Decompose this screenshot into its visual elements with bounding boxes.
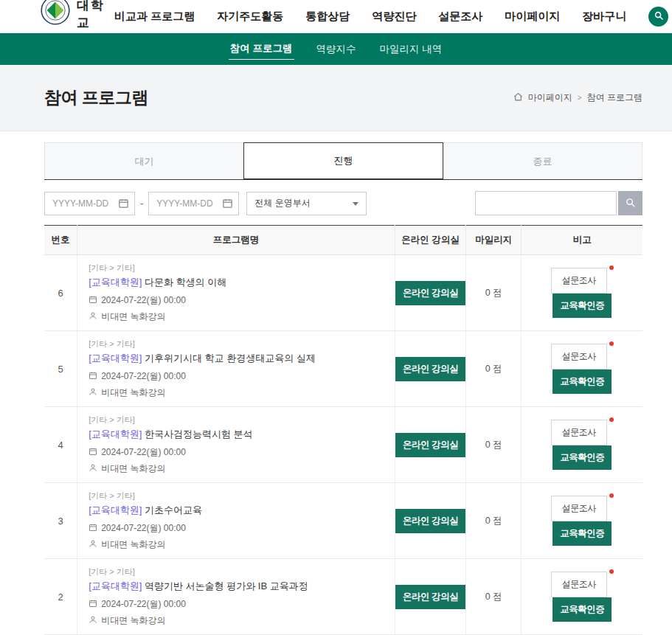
calendar-icon xyxy=(89,447,97,458)
calendar-icon xyxy=(89,295,97,306)
nav-item-counseling[interactable]: 통합상담 xyxy=(305,10,350,24)
program-date: 2024-07-22(월) 00:00 xyxy=(89,598,384,611)
alert-dot xyxy=(609,341,614,346)
calendar-icon[interactable] xyxy=(118,198,129,212)
survey-button[interactable]: 설문조사 xyxy=(551,344,607,369)
calendar-icon[interactable] xyxy=(222,198,233,212)
program-title[interactable]: [교육대학원] 한국사검정능력시험 분석 xyxy=(89,428,384,441)
subnav-item-competency-index[interactable]: 역량지수 xyxy=(315,39,358,60)
university-logo[interactable]: 대구대학교 DAEGU UNIVERSITY xyxy=(41,0,114,33)
alert-dot xyxy=(609,266,614,270)
nav-item-competency[interactable]: 역량진단 xyxy=(372,10,416,24)
keyword-search-box xyxy=(475,191,617,215)
home-icon[interactable] xyxy=(513,92,523,104)
program-method: 비대면 녹화강의 xyxy=(89,462,384,475)
program-org-link[interactable]: [교육대학원] xyxy=(89,504,142,516)
row-number: 3 xyxy=(44,483,77,559)
program-method: 비대면 녹화강의 xyxy=(89,310,384,323)
program-title[interactable]: [교육대학원] 역량기반 서논술형 평가와 IB 교육과정 xyxy=(89,580,384,593)
program-org-link[interactable]: [교육대학원] xyxy=(89,353,142,364)
breadcrumb-separator: > xyxy=(578,94,582,102)
program-org-link[interactable]: [교육대학원] xyxy=(89,580,142,591)
education-certificate-button[interactable]: 교육확인증 xyxy=(553,369,612,394)
breadcrumb: 마이페이지 > 참여 프로그램 xyxy=(513,91,642,104)
calendar-icon xyxy=(89,371,97,382)
program-category: [기타 > 기타] xyxy=(89,490,384,502)
table-row: 3 [기타 > 기타] [교육대학원] 기초수어교육 2024-07-22(월)… xyxy=(44,483,642,559)
breadcrumb-mypage[interactable]: 마이페이지 xyxy=(528,91,572,104)
row-number: 2 xyxy=(44,559,77,635)
online-classroom-button[interactable]: 온라인 강의실 xyxy=(395,357,465,381)
nav-item-selfdirected[interactable]: 자기주도활동 xyxy=(217,10,283,24)
nav-item-mypage[interactable]: 마이페이지 xyxy=(505,10,560,24)
tab-in-progress[interactable]: 진행 xyxy=(243,142,443,179)
main-content: 대기 진행 종료 - 전체 운영부서 xyxy=(44,142,642,635)
search-icon xyxy=(625,197,636,210)
survey-button[interactable]: 설문조사 xyxy=(551,420,607,445)
page-title-strip: 참여 프로그램 마이페이지 > 참여 프로그램 xyxy=(0,65,672,131)
subnav-item-participation-programs[interactable]: 참여 프로그램 xyxy=(229,38,294,60)
education-certificate-button[interactable]: 교육확인증 xyxy=(553,294,612,318)
program-date: 2024-07-22(월) 00:00 xyxy=(89,294,384,307)
education-certificate-button[interactable]: 교육확인증 xyxy=(553,445,612,470)
program-date: 2024-07-22(월) 00:00 xyxy=(89,446,384,459)
nav-item-survey[interactable]: 설문조사 xyxy=(438,10,482,24)
program-method: 비대면 녹화강의 xyxy=(89,538,384,551)
top-navigation: 비교과 프로그램 자기주도활동 통합상담 역량진단 설문조사 마이페이지 장바구… xyxy=(114,7,668,27)
header-search-button[interactable] xyxy=(648,7,668,27)
online-classroom-button[interactable]: 온라인 강의실 xyxy=(395,433,465,457)
logo-name-en: DAEGU UNIVERSITY xyxy=(77,32,114,34)
program-method: 비대면 녹화강의 xyxy=(89,386,384,399)
table-search-button[interactable] xyxy=(618,191,642,215)
date-range-separator: - xyxy=(140,198,143,209)
col-header-program: 프로그램명 xyxy=(77,226,395,255)
calendar-icon xyxy=(89,599,97,610)
status-tabs: 대기 진행 종료 xyxy=(44,142,642,180)
online-classroom-button[interactable]: 온라인 강의실 xyxy=(395,509,465,533)
table-row: 5 [기타 > 기타] [교육대학원] 기후위기시대 학교 환경생태교육의 실제… xyxy=(44,331,642,407)
nav-item-cart[interactable]: 장바구니 xyxy=(582,10,626,24)
mileage-value: 0 점 xyxy=(466,407,522,483)
row-number: 5 xyxy=(44,331,77,407)
program-title[interactable]: [교육대학원] 다문화 학생의 이해 xyxy=(89,276,384,289)
person-icon xyxy=(89,387,97,398)
keyword-search-input[interactable] xyxy=(475,191,617,215)
program-category: [기타 > 기타] xyxy=(89,414,384,426)
alert-dot xyxy=(609,493,614,498)
date-from-box xyxy=(44,192,135,215)
education-certificate-button[interactable]: 교육확인증 xyxy=(553,597,612,622)
online-classroom-button[interactable]: 온라인 강의실 xyxy=(395,281,465,305)
online-classroom-button[interactable]: 온라인 강의실 xyxy=(395,585,465,609)
tab-waiting[interactable]: 대기 xyxy=(44,142,243,179)
col-header-remark: 비고 xyxy=(522,226,642,255)
program-date: 2024-07-22(월) 00:00 xyxy=(89,370,384,383)
person-icon xyxy=(89,615,97,626)
mileage-value: 0 점 xyxy=(466,559,522,635)
survey-button[interactable]: 설문조사 xyxy=(551,268,607,294)
education-certificate-button[interactable]: 교육확인증 xyxy=(553,521,612,546)
date-to-box xyxy=(148,192,239,215)
top-header: 대구대학교 DAEGU UNIVERSITY 비교과 프로그램 자기주도활동 통… xyxy=(0,0,672,33)
program-category: [기타 > 기타] xyxy=(89,339,384,350)
program-category: [기타 > 기타] xyxy=(89,566,384,577)
program-title[interactable]: [교육대학원] 기후위기시대 학교 환경생태교육의 실제 xyxy=(89,352,384,365)
breadcrumb-current: 참여 프로그램 xyxy=(587,91,642,104)
program-title[interactable]: [교육대학원] 기초수어교육 xyxy=(89,504,384,517)
department-select-value: 전체 운영부서 xyxy=(254,197,310,209)
program-method: 비대면 녹화강의 xyxy=(89,614,384,627)
program-org-link[interactable]: [교육대학원] xyxy=(89,277,142,288)
table-row: 2 [기타 > 기타] [교육대학원] 역량기반 서논술형 평가와 IB 교육과… xyxy=(44,559,642,635)
table-row: 6 [기타 > 기타] [교육대학원] 다문화 학생의 이해 2024-07-2… xyxy=(44,255,642,331)
survey-button[interactable]: 설문조사 xyxy=(551,572,607,597)
survey-button[interactable]: 설문조사 xyxy=(551,496,607,521)
row-number: 6 xyxy=(44,255,77,331)
search-icon xyxy=(654,10,664,24)
alert-dot xyxy=(609,569,614,574)
table-header-row: 번호 프로그램명 온라인 강의실 마일리지 비고 xyxy=(44,226,642,255)
department-select[interactable]: 전체 운영부서 xyxy=(246,192,367,215)
tab-ended[interactable]: 종료 xyxy=(443,142,642,179)
alert-dot xyxy=(609,417,614,422)
nav-item-extracurricular[interactable]: 비교과 프로그램 xyxy=(114,10,195,24)
program-org-link[interactable]: [교육대학원] xyxy=(89,428,142,440)
subnav-item-mileage-history[interactable]: 마일리지 내역 xyxy=(378,39,444,60)
